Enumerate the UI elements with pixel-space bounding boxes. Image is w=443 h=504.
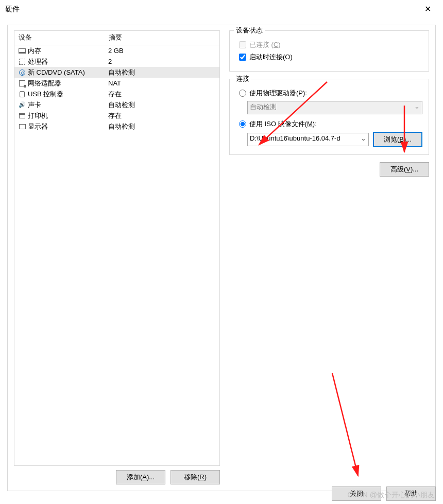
sound-icon: 🔊: [18, 101, 27, 109]
device-row-network[interactable]: 网络适配器 NAT: [14, 78, 219, 89]
device-status-legend: 设备状态: [234, 26, 265, 35]
connect-poweron-label: 启动时连接(O): [249, 53, 293, 62]
usb-icon: [18, 90, 27, 98]
use-physical-radio[interactable]: [239, 90, 246, 97]
device-list[interactable]: 设备 摘要 内存 2 GB 处理器 2 新 C: [14, 30, 220, 466]
titlebar: 硬件 ✕: [0, 0, 443, 19]
use-physical-label: 使用物理驱动器(P):: [249, 89, 307, 98]
connected-checkbox: [239, 41, 246, 48]
cpu-icon: [18, 58, 27, 66]
connected-checkbox-row: 已连接 (C): [239, 40, 422, 49]
connected-label: 已连接 (C): [249, 40, 281, 49]
main-frame: 设备 摘要 内存 2 GB 处理器 2 新 C: [7, 25, 436, 491]
use-iso-radio[interactable]: [239, 120, 246, 128]
annotation-arrow: [322, 370, 384, 485]
memory-icon: [18, 47, 27, 55]
advanced-button[interactable]: 高级(V)...: [380, 162, 429, 177]
device-row-display[interactable]: 显示器 自动检测: [14, 121, 219, 132]
device-row-memory[interactable]: 内存 2 GB: [14, 45, 219, 56]
use-iso-label: 使用 ISO 映像文件(M):: [249, 119, 317, 129]
connection-group: 连接 使用物理驱动器(P): 自动检测 ⌄ 使用 ISO 映像文件(M):: [229, 79, 429, 155]
device-list-header: 设备 摘要: [14, 31, 219, 45]
close-button[interactable]: 关闭: [332, 486, 381, 501]
physical-drive-select: 自动检测 ⌄: [247, 101, 422, 114]
device-row-printer[interactable]: 打印机 存在: [14, 110, 219, 121]
window-title: 硬件: [5, 5, 417, 14]
use-physical-radio-row[interactable]: 使用物理驱动器(P):: [239, 89, 422, 98]
help-button[interactable]: 帮助: [386, 486, 436, 501]
chevron-down-icon: ⌄: [414, 102, 420, 110]
browse-button[interactable]: 浏览(B)...: [373, 132, 422, 147]
add-button[interactable]: 添加(A)...: [116, 470, 165, 484]
device-row-cpu[interactable]: 处理器 2: [14, 56, 219, 67]
use-iso-radio-row[interactable]: 使用 ISO 映像文件(M):: [239, 119, 422, 129]
remove-button[interactable]: 移除(R): [171, 470, 220, 484]
chevron-down-icon[interactable]: ⌄: [361, 134, 366, 142]
device-row-usb[interactable]: USB 控制器 存在: [14, 89, 219, 99]
cd-icon: [18, 68, 27, 77]
header-device: 设备: [19, 33, 109, 42]
device-row-cddvd[interactable]: 新 CD/DVD (SATA) 自动检测: [14, 67, 219, 78]
connect-poweron-row[interactable]: 启动时连接(O): [239, 53, 422, 62]
printer-icon: [18, 112, 27, 120]
header-summary: 摘要: [109, 33, 122, 42]
device-row-sound[interactable]: 🔊 声卡 自动检测: [14, 99, 219, 110]
svg-line-2: [332, 373, 358, 476]
connection-legend: 连接: [234, 74, 251, 83]
device-status-group: 设备状态 已连接 (C) 启动时连接(O): [229, 30, 429, 72]
close-icon[interactable]: ✕: [417, 4, 438, 14]
display-icon: [18, 123, 27, 131]
iso-path-combo[interactable]: D:\Ubuntu16\ubuntu-16.04.7-d ⌄: [247, 133, 369, 146]
connect-poweron-checkbox[interactable]: [239, 54, 246, 61]
network-icon: [18, 79, 27, 88]
